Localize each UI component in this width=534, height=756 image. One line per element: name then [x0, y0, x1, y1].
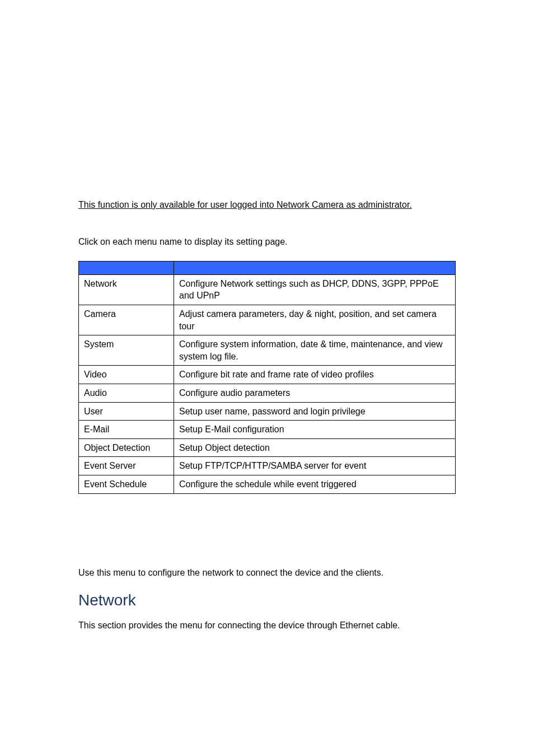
menu-label: Event Schedule	[79, 475, 174, 493]
admin-note: This function is only available for user…	[78, 199, 456, 211]
table-row: User Setup user name, password and login…	[79, 402, 456, 421]
table-header-row	[79, 261, 456, 274]
menu-label: Video	[79, 366, 174, 384]
menu-desc: Setup FTP/TCP/HTTP/SAMBA server for even…	[174, 457, 456, 475]
menu-desc: Adjust camera parameters, day & night, p…	[174, 305, 456, 335]
menu-label: Audio	[79, 384, 174, 402]
table-row: Event Server Setup FTP/TCP/HTTP/SAMBA se…	[79, 457, 456, 475]
table-row: System Configure system information, dat…	[79, 335, 456, 366]
menu-desc: Configure the schedule while event trigg…	[174, 475, 456, 493]
menu-label: System	[79, 335, 174, 366]
menu-desc: Configure Network settings such as DHCP,…	[174, 274, 456, 305]
menu-table: Network Configure Network settings such …	[78, 261, 456, 494]
table-header-right	[174, 261, 456, 274]
table-row: Event Schedule Configure the schedule wh…	[79, 475, 456, 493]
network-intro: Use this menu to configure the network t…	[78, 567, 456, 579]
table-row: Audio Configure audio parameters	[79, 384, 456, 402]
instruction-text: Click on each menu name to display its s…	[78, 236, 456, 248]
menu-desc: Setup E-Mail configuration	[174, 421, 456, 439]
menu-label: Camera	[79, 305, 174, 335]
menu-desc: Configure audio parameters	[174, 384, 456, 402]
menu-label: Network	[79, 274, 174, 305]
network-desc: This section provides the menu for conne…	[78, 619, 456, 632]
table-row: E-Mail Setup E-Mail configuration	[79, 421, 456, 439]
menu-desc: Configure system information, date & tim…	[174, 335, 456, 366]
table-row: Object Detection Setup Object detection	[79, 438, 456, 457]
menu-desc: Setup Object detection	[174, 438, 456, 457]
menu-desc: Setup user name, password and login priv…	[174, 402, 456, 421]
table-row: Video Configure bit rate and frame rate …	[79, 366, 456, 384]
table-header-left	[79, 261, 174, 274]
document-page: This function is only available for user…	[0, 0, 534, 756]
table-row: Camera Adjust camera parameters, day & n…	[79, 305, 456, 335]
table-row: Network Configure Network settings such …	[79, 274, 456, 305]
menu-label: User	[79, 402, 174, 421]
network-heading: Network	[78, 591, 456, 609]
menu-label: E-Mail	[79, 421, 174, 439]
menu-label: Event Server	[79, 457, 174, 475]
menu-label: Object Detection	[79, 438, 174, 457]
menu-desc: Configure bit rate and frame rate of vid…	[174, 366, 456, 384]
